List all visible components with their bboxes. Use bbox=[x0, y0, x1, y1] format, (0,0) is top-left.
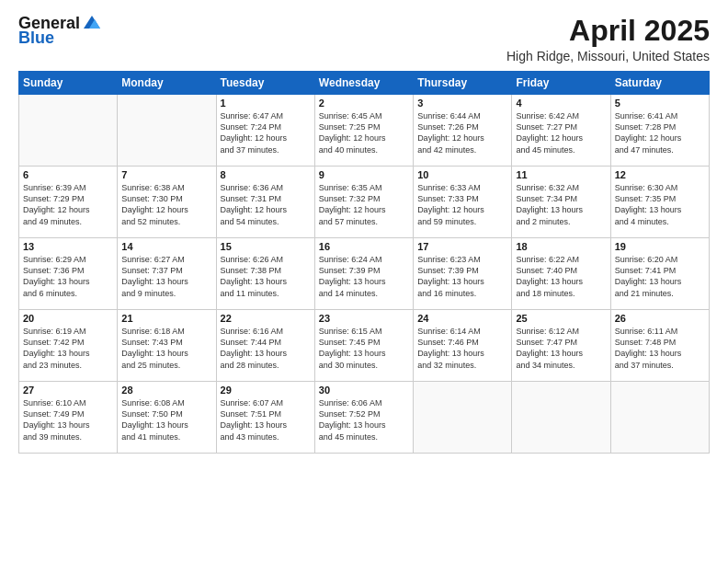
day-info: Sunrise: 6:19 AM Sunset: 7:42 PM Dayligh… bbox=[23, 326, 113, 371]
logo-icon bbox=[82, 12, 102, 32]
day-number: 13 bbox=[23, 241, 113, 252]
calendar-cell: 5Sunrise: 6:41 AM Sunset: 7:28 PM Daylig… bbox=[610, 95, 709, 167]
calendar-week-row: 27Sunrise: 6:10 AM Sunset: 7:49 PM Dayli… bbox=[19, 382, 710, 454]
day-info: Sunrise: 6:42 AM Sunset: 7:27 PM Dayligh… bbox=[516, 110, 606, 155]
day-number: 6 bbox=[23, 169, 113, 180]
day-number: 5 bbox=[615, 98, 705, 109]
day-info: Sunrise: 6:33 AM Sunset: 7:33 PM Dayligh… bbox=[417, 182, 507, 227]
calendar-cell: 25Sunrise: 6:12 AM Sunset: 7:47 PM Dayli… bbox=[512, 310, 610, 382]
day-number: 22 bbox=[221, 313, 311, 324]
calendar-title: April 2025 bbox=[506, 15, 710, 47]
day-number: 16 bbox=[319, 241, 409, 252]
day-info: Sunrise: 6:11 AM Sunset: 7:48 PM Dayligh… bbox=[615, 326, 705, 371]
calendar-week-row: 1Sunrise: 6:47 AM Sunset: 7:24 PM Daylig… bbox=[19, 95, 710, 167]
weekday-header-row: SundayMondayTuesdayWednesdayThursdayFrid… bbox=[19, 72, 710, 95]
logo: General Blue bbox=[18, 15, 102, 48]
header: General Blue April 2025 High Ridge, Miss… bbox=[18, 15, 710, 63]
calendar-cell bbox=[414, 382, 512, 454]
day-info: Sunrise: 6:44 AM Sunset: 7:26 PM Dayligh… bbox=[417, 110, 507, 155]
day-number: 21 bbox=[121, 313, 211, 324]
calendar-cell: 29Sunrise: 6:07 AM Sunset: 7:51 PM Dayli… bbox=[216, 382, 314, 454]
day-number: 25 bbox=[516, 313, 606, 324]
day-info: Sunrise: 6:12 AM Sunset: 7:47 PM Dayligh… bbox=[516, 326, 606, 371]
day-info: Sunrise: 6:36 AM Sunset: 7:31 PM Dayligh… bbox=[221, 182, 311, 227]
weekday-header: Friday bbox=[512, 72, 610, 95]
calendar-cell: 19Sunrise: 6:20 AM Sunset: 7:41 PM Dayli… bbox=[610, 238, 709, 310]
day-info: Sunrise: 6:07 AM Sunset: 7:51 PM Dayligh… bbox=[221, 397, 311, 442]
calendar-cell: 27Sunrise: 6:10 AM Sunset: 7:49 PM Dayli… bbox=[19, 382, 118, 454]
weekday-header: Saturday bbox=[610, 72, 709, 95]
day-info: Sunrise: 6:39 AM Sunset: 7:29 PM Dayligh… bbox=[23, 182, 113, 227]
calendar-cell: 10Sunrise: 6:33 AM Sunset: 7:33 PM Dayli… bbox=[414, 167, 512, 238]
day-number: 26 bbox=[615, 313, 705, 324]
day-info: Sunrise: 6:24 AM Sunset: 7:39 PM Dayligh… bbox=[319, 254, 409, 299]
title-area: April 2025 High Ridge, Missouri, United … bbox=[506, 15, 710, 63]
calendar-week-row: 6Sunrise: 6:39 AM Sunset: 7:29 PM Daylig… bbox=[19, 167, 710, 238]
day-number: 18 bbox=[516, 241, 606, 252]
day-number: 3 bbox=[417, 98, 507, 109]
day-info: Sunrise: 6:30 AM Sunset: 7:35 PM Dayligh… bbox=[615, 182, 705, 227]
calendar-cell: 26Sunrise: 6:11 AM Sunset: 7:48 PM Dayli… bbox=[610, 310, 709, 382]
day-info: Sunrise: 6:10 AM Sunset: 7:49 PM Dayligh… bbox=[23, 397, 113, 442]
day-info: Sunrise: 6:22 AM Sunset: 7:40 PM Dayligh… bbox=[516, 254, 606, 299]
calendar-cell: 13Sunrise: 6:29 AM Sunset: 7:36 PM Dayli… bbox=[19, 238, 118, 310]
day-number: 19 bbox=[615, 241, 705, 252]
calendar-cell: 14Sunrise: 6:27 AM Sunset: 7:37 PM Dayli… bbox=[118, 238, 216, 310]
calendar-cell: 15Sunrise: 6:26 AM Sunset: 7:38 PM Dayli… bbox=[216, 238, 314, 310]
day-info: Sunrise: 6:08 AM Sunset: 7:50 PM Dayligh… bbox=[121, 397, 211, 442]
calendar-cell bbox=[19, 95, 118, 167]
calendar-cell: 8Sunrise: 6:36 AM Sunset: 7:31 PM Daylig… bbox=[216, 167, 314, 238]
calendar-table: SundayMondayTuesdayWednesdayThursdayFrid… bbox=[18, 71, 710, 454]
calendar-cell: 12Sunrise: 6:30 AM Sunset: 7:35 PM Dayli… bbox=[610, 167, 709, 238]
calendar-cell: 6Sunrise: 6:39 AM Sunset: 7:29 PM Daylig… bbox=[19, 167, 118, 238]
calendar-cell bbox=[118, 95, 216, 167]
calendar-week-row: 20Sunrise: 6:19 AM Sunset: 7:42 PM Dayli… bbox=[19, 310, 710, 382]
day-info: Sunrise: 6:23 AM Sunset: 7:39 PM Dayligh… bbox=[417, 254, 507, 299]
calendar-cell: 24Sunrise: 6:14 AM Sunset: 7:46 PM Dayli… bbox=[414, 310, 512, 382]
calendar-cell: 21Sunrise: 6:18 AM Sunset: 7:43 PM Dayli… bbox=[118, 310, 216, 382]
calendar-cell: 23Sunrise: 6:15 AM Sunset: 7:45 PM Dayli… bbox=[314, 310, 413, 382]
weekday-header: Thursday bbox=[414, 72, 512, 95]
calendar-week-row: 13Sunrise: 6:29 AM Sunset: 7:36 PM Dayli… bbox=[19, 238, 710, 310]
day-number: 9 bbox=[319, 169, 409, 180]
day-number: 7 bbox=[121, 169, 211, 180]
day-number: 23 bbox=[319, 313, 409, 324]
calendar-cell: 2Sunrise: 6:45 AM Sunset: 7:25 PM Daylig… bbox=[314, 95, 413, 167]
day-info: Sunrise: 6:32 AM Sunset: 7:34 PM Dayligh… bbox=[516, 182, 606, 227]
day-info: Sunrise: 6:26 AM Sunset: 7:38 PM Dayligh… bbox=[221, 254, 311, 299]
calendar-cell: 9Sunrise: 6:35 AM Sunset: 7:32 PM Daylig… bbox=[314, 167, 413, 238]
day-number: 14 bbox=[121, 241, 211, 252]
page: General Blue April 2025 High Ridge, Miss… bbox=[0, 0, 728, 563]
day-number: 17 bbox=[417, 241, 507, 252]
calendar-cell: 17Sunrise: 6:23 AM Sunset: 7:39 PM Dayli… bbox=[414, 238, 512, 310]
calendar-cell: 1Sunrise: 6:47 AM Sunset: 7:24 PM Daylig… bbox=[216, 95, 314, 167]
day-info: Sunrise: 6:15 AM Sunset: 7:45 PM Dayligh… bbox=[319, 326, 409, 371]
weekday-header: Sunday bbox=[19, 72, 118, 95]
day-number: 30 bbox=[319, 385, 409, 396]
day-number: 8 bbox=[221, 169, 311, 180]
day-info: Sunrise: 6:45 AM Sunset: 7:25 PM Dayligh… bbox=[319, 110, 409, 155]
calendar-cell: 11Sunrise: 6:32 AM Sunset: 7:34 PM Dayli… bbox=[512, 167, 610, 238]
day-number: 1 bbox=[221, 98, 311, 109]
day-number: 29 bbox=[221, 385, 311, 396]
weekday-header: Wednesday bbox=[314, 72, 413, 95]
day-number: 27 bbox=[23, 385, 113, 396]
day-number: 12 bbox=[615, 169, 705, 180]
day-info: Sunrise: 6:29 AM Sunset: 7:36 PM Dayligh… bbox=[23, 254, 113, 299]
day-info: Sunrise: 6:18 AM Sunset: 7:43 PM Dayligh… bbox=[121, 326, 211, 371]
calendar-cell: 20Sunrise: 6:19 AM Sunset: 7:42 PM Dayli… bbox=[19, 310, 118, 382]
calendar-cell: 22Sunrise: 6:16 AM Sunset: 7:44 PM Dayli… bbox=[216, 310, 314, 382]
day-info: Sunrise: 6:47 AM Sunset: 7:24 PM Dayligh… bbox=[221, 110, 311, 155]
calendar-cell bbox=[610, 382, 709, 454]
calendar-cell bbox=[512, 382, 610, 454]
calendar-cell: 18Sunrise: 6:22 AM Sunset: 7:40 PM Dayli… bbox=[512, 238, 610, 310]
weekday-header: Tuesday bbox=[216, 72, 314, 95]
calendar-cell: 28Sunrise: 6:08 AM Sunset: 7:50 PM Dayli… bbox=[118, 382, 216, 454]
day-info: Sunrise: 6:20 AM Sunset: 7:41 PM Dayligh… bbox=[615, 254, 705, 299]
calendar-cell: 30Sunrise: 6:06 AM Sunset: 7:52 PM Dayli… bbox=[314, 382, 413, 454]
calendar-cell: 16Sunrise: 6:24 AM Sunset: 7:39 PM Dayli… bbox=[314, 238, 413, 310]
day-info: Sunrise: 6:41 AM Sunset: 7:28 PM Dayligh… bbox=[615, 110, 705, 155]
calendar-cell: 7Sunrise: 6:38 AM Sunset: 7:30 PM Daylig… bbox=[118, 167, 216, 238]
day-number: 15 bbox=[221, 241, 311, 252]
calendar-cell: 4Sunrise: 6:42 AM Sunset: 7:27 PM Daylig… bbox=[512, 95, 610, 167]
